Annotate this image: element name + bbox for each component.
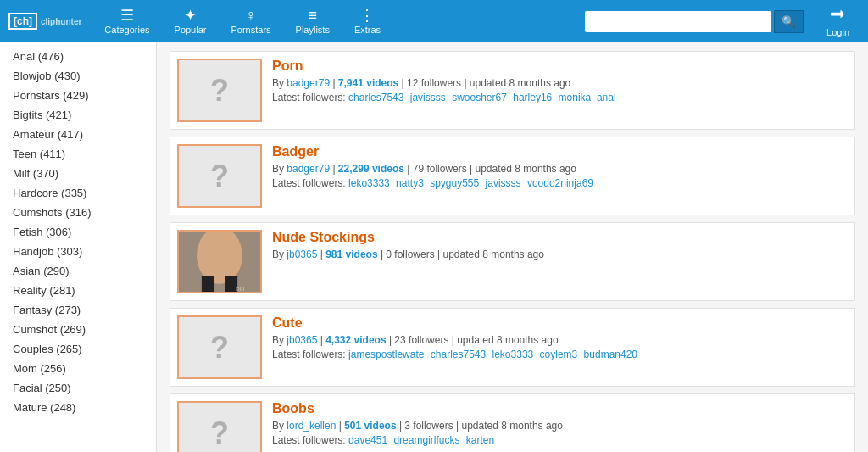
nav-pornstars-label: Pornstars [231, 25, 270, 35]
sidebar: Anal (476)Blowjob (430)Pornstars (429)Bi… [0, 42, 157, 452]
sidebar-item-3[interactable]: Bigtits (421) [0, 105, 156, 125]
follower-link-4-0[interactable]: dave451 [348, 434, 387, 446]
follower-link-0-1[interactable]: javissss [410, 92, 446, 103]
extras-icon: ⋮ [359, 8, 375, 23]
follower-link-1-0[interactable]: leko3333 [348, 177, 390, 189]
sidebar-item-7[interactable]: Hardcore (335) [0, 183, 156, 203]
followers-label-0: Latest followers: [272, 92, 348, 103]
playlist-author-1[interactable]: badger79 [287, 163, 330, 175]
playlist-author-0[interactable]: badger79 [287, 77, 330, 89]
followers-line-0: Latest followers: charles7543 javissss s… [272, 92, 848, 103]
playlist-title-1[interactable]: Badger [272, 144, 848, 159]
playlist-videos-1[interactable]: 22,299 videos [338, 163, 404, 175]
playlist-meta-3: By jb0365 | 4,332 videos | 23 followers … [272, 334, 848, 346]
nav-extras-label: Extras [354, 25, 381, 35]
follower-link-3-4[interactable]: budman420 [584, 349, 637, 360]
playlist-thumb-0: ? [177, 59, 262, 122]
sidebar-item-8[interactable]: Cumshots (316) [0, 203, 156, 222]
login-button[interactable]: ⮕ Login [816, 3, 860, 41]
followers-label-3: Latest followers: [272, 349, 348, 360]
playlist-info-0: PornBy badger79 | 7,941 videos | 12 foll… [272, 59, 848, 103]
follower-link-3-1[interactable]: charles7543 [431, 349, 486, 360]
nav-pornstars[interactable]: ♀ Pornstars [220, 4, 281, 38]
followers-label-1: Latest followers: [272, 177, 348, 189]
follower-link-3-0[interactable]: jamespostlewate [348, 349, 424, 360]
logo-subtext: cliphunter [41, 17, 81, 26]
nav-extras[interactable]: ⋮ Extras [344, 4, 391, 38]
sidebar-item-15[interactable]: Couples (265) [0, 339, 156, 359]
sidebar-item-4[interactable]: Amateur (417) [0, 125, 156, 144]
playlist-card-2: bluNude StockingsBy jb0365 | 981 videos … [170, 222, 855, 301]
playlist-card-0: ?PornBy badger79 | 7,941 videos | 12 fol… [170, 51, 855, 130]
login-label: Login [826, 27, 849, 37]
playlist-author-3[interactable]: jb0365 [287, 334, 317, 346]
playlist-videos-3[interactable]: 4,332 videos [326, 334, 386, 346]
playlist-by-0: By [272, 77, 287, 89]
search-input[interactable] [585, 11, 771, 32]
followers-line-1: Latest followers: leko3333 natty3 spyguy… [272, 177, 848, 189]
playlist-meta-1: By badger79 | 22,299 videos | 79 followe… [272, 163, 848, 175]
content-area: ?PornBy badger79 | 7,941 videos | 12 fol… [157, 42, 868, 452]
playlist-thumb-4: ? [177, 401, 262, 452]
playlist-meta-2: By jb0365 | 981 videos | 0 followers | u… [272, 248, 848, 260]
follower-link-1-1[interactable]: natty3 [396, 177, 424, 189]
playlist-card-3: ?CuteBy jb0365 | 4,332 videos | 23 follo… [170, 308, 855, 387]
playlist-author-2[interactable]: jb0365 [287, 248, 317, 260]
playlist-info-3: CuteBy jb0365 | 4,332 videos | 23 follow… [272, 315, 848, 360]
sidebar-item-14[interactable]: Cumshot (269) [0, 320, 156, 339]
sidebar-item-13[interactable]: Fantasy (273) [0, 300, 156, 320]
follower-link-3-3[interactable]: coylem3 [540, 349, 578, 360]
follower-link-0-0[interactable]: charles7543 [348, 92, 403, 103]
placeholder-icon: ? [210, 330, 229, 366]
playlist-card-4: ?BoobsBy lord_kellen | 501 videos | 3 fo… [170, 393, 855, 452]
search-button[interactable]: 🔍 [774, 10, 804, 33]
follower-link-3-2[interactable]: leko3333 [492, 349, 534, 360]
playlist-videos-0[interactable]: 7,941 videos [338, 77, 398, 89]
follower-link-0-3[interactable]: harley16 [513, 92, 552, 103]
sidebar-item-10[interactable]: Handjob (303) [0, 242, 156, 261]
followers-line-3: Latest followers: jamespostlewate charle… [272, 349, 848, 360]
playlist-thumb-3: ? [177, 315, 262, 379]
sidebar-item-17[interactable]: Facial (250) [0, 378, 156, 398]
sidebar-item-0[interactable]: Anal (476) [0, 47, 156, 66]
sidebar-item-2[interactable]: Pornstars (429) [0, 86, 156, 105]
login-icon: ⮕ [830, 6, 847, 25]
playlist-title-4[interactable]: Boobs [272, 401, 848, 416]
nav-playlists[interactable]: ≡ Playlists [286, 4, 340, 38]
playlist-author-4[interactable]: lord_kellen [287, 420, 336, 432]
follower-link-0-2[interactable]: swoosher67 [452, 92, 507, 103]
placeholder-icon: ? [210, 73, 229, 109]
playlist-info-2: Nude StockingsBy jb0365 | 981 videos | 0… [272, 230, 848, 263]
playlist-title-3[interactable]: Cute [272, 315, 848, 331]
sidebar-item-12[interactable]: Reality (281) [0, 281, 156, 300]
sidebar-item-18[interactable]: Mature (248) [0, 398, 156, 417]
follower-link-1-4[interactable]: voodo2ninja69 [527, 177, 593, 189]
follower-link-1-2[interactable]: spyguy555 [430, 177, 479, 189]
playlist-videos-2[interactable]: 981 videos [326, 248, 377, 260]
follower-link-4-2[interactable]: karten [466, 434, 494, 446]
nav-popular[interactable]: ✦ Popular [164, 4, 217, 38]
follower-link-1-3[interactable]: javissss [486, 177, 521, 189]
playlist-title-0[interactable]: Porn [272, 59, 848, 74]
playlist-by-4: By [272, 420, 287, 432]
sidebar-item-6[interactable]: Milf (370) [0, 164, 156, 183]
playlist-title-2[interactable]: Nude Stockings [272, 230, 848, 245]
nav-categories[interactable]: ☰ Categories [94, 4, 159, 38]
playlist-videos-4[interactable]: 501 videos [344, 420, 396, 432]
sidebar-item-11[interactable]: Asian (290) [0, 261, 156, 281]
placeholder-icon: ? [210, 416, 229, 451]
playlist-thumb-2: blu [177, 230, 262, 293]
playlist-info-4: BoobsBy lord_kellen | 501 videos | 3 fol… [272, 401, 848, 446]
follower-link-4-1[interactable]: dreamgirlfucks [393, 434, 459, 446]
sidebar-item-5[interactable]: Teen (411) [0, 144, 156, 164]
sidebar-item-9[interactable]: Fetish (306) [0, 222, 156, 242]
sidebar-item-16[interactable]: Mom (256) [0, 359, 156, 378]
playlist-meta-4: By lord_kellen | 501 videos | 3 follower… [272, 420, 848, 432]
playlist-thumb-1: ? [177, 144, 262, 208]
followers-label-4: Latest followers: [272, 434, 348, 446]
svg-rect-2 [202, 276, 214, 292]
sidebar-item-1[interactable]: Blowjob (430) [0, 66, 156, 86]
logo[interactable]: [ch] cliphunter [8, 13, 81, 30]
svg-text:blu: blu [236, 285, 244, 293]
follower-link-0-4[interactable]: monika_anal [559, 92, 616, 103]
